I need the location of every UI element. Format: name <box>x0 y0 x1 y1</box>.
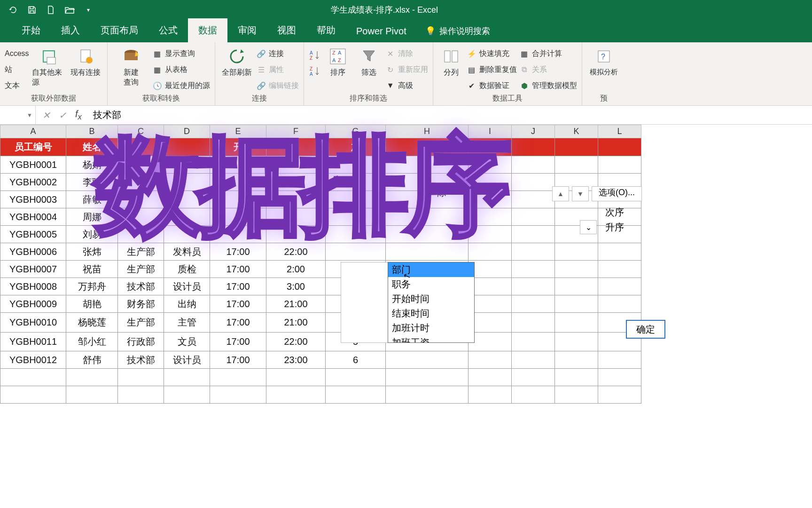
formula-bar: ▼ ✕ ✓ fx 技术部 <box>0 106 812 125</box>
group-label: 排序和筛选 <box>309 94 428 104</box>
sort-az-button[interactable]: AZ <box>309 49 321 62</box>
tab-formula[interactable]: 公式 <box>148 18 188 42</box>
undo-icon[interactable] <box>4 0 23 20</box>
open-file-icon[interactable] <box>60 0 79 20</box>
ribbon-tabs: 开始 插入 页面布局 公式 数据 审阅 视图 帮助 Power Pivot 💡 … <box>0 20 812 42</box>
table-icon: ▦ <box>153 49 162 58</box>
sort-button[interactable]: ZAAZ 排序 <box>324 44 352 78</box>
svg-text:Z: Z <box>332 50 336 56</box>
move-down-button[interactable]: ▼ <box>572 186 589 201</box>
list-item[interactable]: 部门 <box>388 262 474 277</box>
tab-layout[interactable]: 页面布局 <box>90 18 148 42</box>
from-table-button[interactable]: ▦从表格 <box>153 63 210 76</box>
connections-button[interactable]: 🔗连接 <box>257 47 299 60</box>
list-item[interactable]: 开始时间 <box>388 292 474 306</box>
tab-insert[interactable]: 插入 <box>51 18 90 42</box>
table-row[interactable]: YGBH0011邹小红行政部文员17:0022:005 <box>0 333 641 351</box>
advanced-button[interactable]: ▼高级 <box>386 79 428 92</box>
from-web-button[interactable]: 站 <box>5 63 29 76</box>
tab-review[interactable]: 审阅 <box>227 18 267 42</box>
validation-icon: ✔ <box>467 81 476 90</box>
tell-me-search[interactable]: 💡 操作说明搜索 <box>417 20 499 42</box>
formula-input[interactable]: 技术部 <box>88 109 812 121</box>
name-box[interactable]: ▼ <box>0 106 36 124</box>
qat-dropdown-icon[interactable]: ▾ <box>79 0 98 20</box>
dup-icon: ▤ <box>467 65 476 74</box>
clear-icon: ✕ <box>386 49 395 58</box>
refresh-all-button[interactable]: 全部刷新 <box>220 44 254 78</box>
empty-row[interactable] <box>0 386 641 404</box>
tab-start[interactable]: 开始 <box>11 18 51 42</box>
from-access-button[interactable]: Access <box>5 47 29 60</box>
table-row[interactable]: YGBH0009胡艳财务部出纳17:0021:00 <box>0 295 641 313</box>
existing-conn-button[interactable]: 现有连接 <box>69 44 102 78</box>
group-connections: 全部刷新 🔗连接 ☰属性 🔗编辑链接 连接 <box>215 42 304 105</box>
reapply-button[interactable]: ↻重新应用 <box>386 63 428 76</box>
table-row[interactable]: YGBH0010杨晓莲生产部主管17:0021:00 <box>0 313 641 333</box>
list-item[interactable]: 加班工资 <box>388 335 474 343</box>
confirm-icon[interactable]: ✓ <box>59 110 67 121</box>
order-row: ⌄ 升序 <box>580 220 624 234</box>
show-query-button[interactable]: ▦显示查询 <box>153 47 210 60</box>
recent-sources-button[interactable]: 🕓最近使用的源 <box>153 79 210 92</box>
edit-links-button[interactable]: 🔗编辑链接 <box>257 79 299 92</box>
move-up-button[interactable]: ▲ <box>552 186 569 201</box>
order-value: 升序 <box>605 221 624 234</box>
column-dropdown[interactable]: ⌄ <box>580 220 597 234</box>
filter-button[interactable]: 筛选 <box>355 44 383 78</box>
whatif-button[interactable]: ? 模拟分析 <box>587 44 621 77</box>
funnel-icon <box>359 47 378 66</box>
group-data-tools: 分列 ⚡快速填充 ▤删除重复值 ✔数据验证 ▦合并计算 ⧉关系 ⬢管理数据模型 … <box>433 42 582 105</box>
new-query-button[interactable]: 新建 查询 <box>112 44 150 87</box>
svg-rect-15 <box>445 51 450 62</box>
data-model-button[interactable]: ⬢管理数据模型 <box>520 79 577 92</box>
svg-rect-1 <box>47 57 55 64</box>
save-icon[interactable] <box>23 0 41 20</box>
chevron-down-icon: ⌄ <box>586 223 592 232</box>
list-item[interactable]: 结束时间 <box>388 306 474 321</box>
group-external-data: Access 站 文本 自其他来源 现有连接 获取外部数据 <box>0 42 108 105</box>
group-label: 连接 <box>220 94 299 104</box>
remove-dup-button[interactable]: ▤删除重复值 <box>467 63 517 76</box>
fx-icon[interactable]: fx <box>75 109 82 122</box>
column-select-listbox[interactable]: 部门 职务 开始时间 结束时间 加班计时 加班工资 <box>388 262 475 343</box>
data-validation-button[interactable]: ✔数据验证 <box>467 79 517 92</box>
quick-access-toolbar: ▾ <box>0 0 98 20</box>
table-row[interactable]: YGBH0012舒伟技术部设计员17:0023:006 <box>0 351 641 369</box>
from-text-button[interactable]: 文本 <box>5 79 29 92</box>
tab-view[interactable]: 视图 <box>267 18 306 42</box>
properties-button[interactable]: ☰属性 <box>257 63 299 76</box>
chevron-down-icon: ▼ <box>577 190 584 198</box>
relationships-button[interactable]: ⧉关系 <box>520 63 577 76</box>
options-button[interactable]: 选项(O)... <box>592 186 642 201</box>
tab-powerpivot[interactable]: Power Pivot <box>346 20 417 42</box>
table-row[interactable]: YGBH0008万邦舟技术部设计员17:003:00 <box>0 278 641 295</box>
text-to-columns-button[interactable]: 分列 <box>438 44 464 78</box>
group-label: 预 <box>587 94 621 104</box>
new-file-icon[interactable] <box>41 0 60 20</box>
sort-za-button[interactable]: ZA <box>309 65 321 78</box>
flash-fill-button[interactable]: ⚡快速填充 <box>467 47 517 60</box>
tab-help[interactable]: 帮助 <box>306 18 346 42</box>
svg-point-3 <box>86 57 93 64</box>
clear-button[interactable]: ✕清除 <box>386 47 428 60</box>
from-other-button[interactable]: 自其他来源 <box>32 44 66 87</box>
order-header: 次序 <box>605 206 624 219</box>
chevron-up-icon: ▲ <box>557 190 564 198</box>
existing-conn-icon <box>76 47 95 66</box>
sort-icon: ZAAZ <box>328 47 347 66</box>
svg-text:A: A <box>310 50 313 56</box>
tab-data[interactable]: 数据 <box>188 18 227 42</box>
svg-text:A: A <box>310 71 313 77</box>
consolidate-button[interactable]: ▦合并计算 <box>520 47 577 60</box>
list-item[interactable]: 加班计时 <box>388 321 474 335</box>
chevron-down-icon: ▼ <box>27 112 32 119</box>
cancel-icon[interactable]: ✕ <box>42 110 50 121</box>
empty-row[interactable] <box>0 369 641 386</box>
svg-text:Z: Z <box>310 66 312 71</box>
ok-button[interactable]: 确定 <box>626 320 665 339</box>
list-item[interactable]: 职务 <box>388 277 474 292</box>
group-label: 获取和转换 <box>112 94 210 104</box>
table-row[interactable]: YGBH0007祝苗生产部质检17:002:00 <box>0 261 641 278</box>
consolidate-icon: ▦ <box>520 49 529 58</box>
